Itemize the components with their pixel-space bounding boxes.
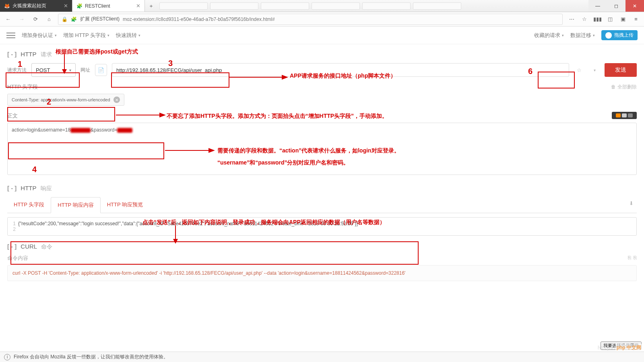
puzzle-icon: 🧩 bbox=[71, 16, 77, 22]
overflow-tabs bbox=[157, 0, 464, 12]
history-dropdown-icon[interactable]: ▾ bbox=[589, 65, 600, 75]
window-titlebar: 🦊 火狐搜索起始页 ✕ 🧩 RESTClient ✕ ＋ ― ◻ ✕ bbox=[0, 0, 644, 12]
address-url: moz-extension://c8cd9311-e50e-46ad-a7b7-… bbox=[123, 16, 275, 22]
more-icon[interactable]: ⋯ bbox=[567, 14, 576, 24]
toolbar-auth[interactable]: 增加身份认证▾ bbox=[22, 32, 57, 39]
browser-tab-1[interactable]: 🦊 火狐搜索起始页 ✕ bbox=[0, 0, 72, 12]
minimize-button[interactable]: ― bbox=[588, 0, 607, 12]
paste-url-icon[interactable]: 📄 bbox=[95, 64, 107, 76]
redacted-text bbox=[70, 128, 91, 133]
cloud-icon bbox=[605, 32, 612, 39]
header-chip-text: Content-Type: application/x-www-form-url… bbox=[12, 97, 110, 102]
reload-button[interactable]: ⟳ bbox=[31, 14, 40, 24]
hamburger-menu[interactable] bbox=[6, 33, 15, 38]
toolbar-headers[interactable]: 增加 HTTP 头字段▾ bbox=[63, 32, 109, 39]
remove-header-icon[interactable]: ✕ bbox=[114, 97, 120, 103]
browser-tab-2[interactable]: 🧩 RESTClient ✕ bbox=[72, 0, 145, 12]
line-number: 12 bbox=[11, 221, 16, 232]
info-icon: i bbox=[4, 354, 10, 360]
favorite-icon[interactable]: ☆ bbox=[574, 65, 584, 75]
response-body: 12 {"resultCode":200,"message":"login su… bbox=[7, 217, 637, 236]
clear-all-headers[interactable]: 🗑全部删除 bbox=[611, 84, 637, 90]
tab-title: RESTClient bbox=[85, 3, 110, 9]
library-icon[interactable]: ▮▮▮ bbox=[592, 14, 602, 24]
close-icon[interactable]: ✕ bbox=[64, 3, 68, 9]
curl-command: curl -X POST -H 'Content-Type: applicati… bbox=[7, 265, 637, 281]
curl-section-header: [ - ] CURL 命令 bbox=[7, 243, 637, 251]
send-button[interactable]: 发送 bbox=[605, 63, 637, 77]
menu-icon[interactable]: ≡ bbox=[631, 14, 641, 24]
copy-icon[interactable]: ⎘ bbox=[628, 255, 631, 262]
tab-title: 火狐搜索起始页 bbox=[12, 2, 46, 9]
tab-response-body[interactable]: HTTP 响应内容 bbox=[51, 197, 100, 213]
browser-tab-ghost[interactable] bbox=[362, 2, 411, 10]
url-input[interactable]: http://192.168.65.128/FECG/api/user_api.… bbox=[112, 63, 569, 77]
address-label: 扩展 (RESTClient) bbox=[80, 16, 120, 23]
collapse-icon[interactable]: [ - ] bbox=[7, 243, 17, 250]
toolbar-quick[interactable]: 快速跳转▾ bbox=[116, 32, 140, 39]
browser-tab-ghost[interactable] bbox=[413, 2, 461, 10]
method-label: 请求方法 bbox=[7, 67, 27, 74]
trash-icon: 🗑 bbox=[611, 84, 616, 90]
home-button[interactable]: ⌂ bbox=[44, 14, 54, 24]
tab-response-preview[interactable]: HTTP 响应预览 bbox=[101, 197, 149, 213]
sidebar-icon[interactable]: ◫ bbox=[605, 14, 615, 24]
request-section-header: [ - ] HTTP 请求 bbox=[7, 51, 637, 58]
browser-tab-ghost[interactable] bbox=[210, 2, 258, 10]
close-icon[interactable]: ✕ bbox=[136, 3, 140, 9]
curl-label: 命令内容 bbox=[7, 255, 28, 262]
header-chip[interactable]: Content-Type: application/x-www-form-url… bbox=[7, 94, 124, 106]
new-tab-button[interactable]: ＋ bbox=[145, 0, 157, 12]
collapse-icon[interactable]: [ - ] bbox=[7, 185, 17, 191]
extension-icon: 🧩 bbox=[76, 3, 83, 9]
firefox-icon: 🦊 bbox=[4, 3, 10, 9]
window-close-button[interactable]: ✕ bbox=[625, 0, 644, 12]
chevron-down-icon: ▾ bbox=[69, 68, 71, 72]
method-select[interactable]: POST ▾ bbox=[31, 63, 76, 77]
address-bar[interactable]: 🔒 🧩 扩展 (RESTClient) moz-extension://c8cd… bbox=[58, 14, 563, 25]
method-value: POST bbox=[36, 67, 50, 73]
collapse-icon[interactable]: [ - ] bbox=[7, 51, 17, 58]
download-icon[interactable]: ⬇ bbox=[629, 200, 634, 210]
maximize-button[interactable]: ◻ bbox=[607, 0, 625, 12]
bookmark-icon[interactable]: ☆ bbox=[580, 14, 589, 24]
url-label: 网址 bbox=[80, 67, 90, 74]
browser-tab-ghost[interactable] bbox=[312, 2, 360, 10]
forward-button[interactable]: → bbox=[17, 14, 27, 24]
copy-icon[interactable]: ⎘ bbox=[634, 255, 637, 262]
tab-response-headers[interactable]: HTTP 头字段 bbox=[7, 197, 51, 213]
response-tabs: HTTP 头字段 HTTP 响应内容 HTTP 响应预览 ⬇ bbox=[7, 197, 637, 213]
headers-title: HTTP 头字段 bbox=[7, 83, 38, 90]
status-bar: i Firefox 会自动向 Mozilla 反馈一些数据，让我们能够改善您的使… bbox=[0, 352, 644, 362]
toolbar-fav[interactable]: 收藏的请求▾ bbox=[534, 32, 564, 39]
body-label: 正文 bbox=[7, 112, 18, 119]
screenshot-icon[interactable]: ▣ bbox=[618, 14, 628, 24]
response-section-header: [ - ] HTTP 响应 bbox=[7, 185, 637, 192]
status-text: Firefox 会自动向 Mozilla 反馈一些数据，让我们能够改善您的使用体… bbox=[14, 354, 168, 360]
ime-widget[interactable] bbox=[612, 112, 637, 119]
shield-icon: 🔒 bbox=[62, 16, 68, 22]
app-toolbar: 增加身份认证▾ 增加 HTTP 头字段▾ 快速跳转▾ 收藏的请求▾ 数据迁移▾ … bbox=[0, 27, 644, 44]
browser-tabs: 🦊 火狐搜索起始页 ✕ 🧩 RESTClient ✕ ＋ bbox=[0, 0, 588, 12]
browser-tab-ghost[interactable] bbox=[261, 2, 309, 10]
browser-tab-ghost[interactable] bbox=[159, 2, 208, 10]
response-line: {"resultCode":200,"message":"login succe… bbox=[18, 221, 358, 226]
browser-navbar: ← → ⟳ ⌂ 🔒 🧩 扩展 (RESTClient) moz-extensio… bbox=[0, 12, 644, 27]
back-button[interactable]: ← bbox=[3, 14, 13, 24]
body-input[interactable]: action=login&username=18&password= bbox=[7, 123, 637, 175]
window-controls: ― ◻ ✕ bbox=[588, 0, 644, 12]
redacted-text bbox=[117, 128, 132, 133]
upload-button[interactable]: 拖拽上传 bbox=[601, 30, 638, 40]
brand-stamp: php 中文网 bbox=[615, 344, 642, 352]
toolbar-migrate[interactable]: 数据迁移▾ bbox=[570, 32, 595, 39]
